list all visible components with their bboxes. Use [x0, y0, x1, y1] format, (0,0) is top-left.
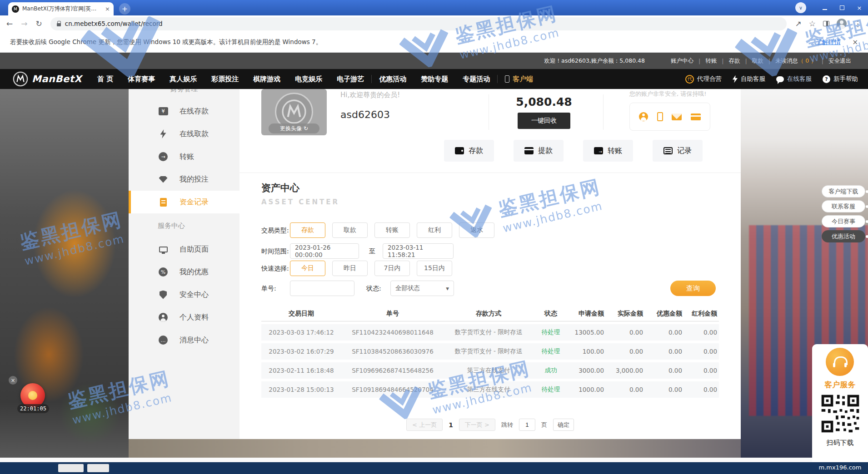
userbar-link-withdraw[interactable]: 取款 [747, 57, 768, 65]
logo-icon [13, 71, 28, 87]
side-tab-contact-service[interactable]: 联系客服 [822, 200, 865, 212]
nav-item-sponsor[interactable]: 赞助专题 [414, 75, 455, 84]
col-header-order-no: 单号 [341, 310, 444, 318]
userbar-unread-messages[interactable]: 未读消息（ 0 ） [770, 57, 822, 65]
url-bar[interactable]: cn.mebetx65.com/wallet/record [50, 17, 787, 30]
date-from-input[interactable]: 2023-01-26 00:00:00 [290, 243, 359, 259]
status-select[interactable]: 全部状态 ▾ [390, 281, 454, 296]
side-panel-icon[interactable] [823, 21, 829, 26]
type-filter-label: 交易类型: [261, 222, 289, 238]
nav-help-link[interactable]: ? 新手帮助 [823, 75, 858, 83]
userbar-link-deposit[interactable]: 存款 [723, 57, 745, 65]
learn-more-link[interactable]: 了解详情 [816, 38, 840, 46]
sidebar-item-fund-records[interactable]: 资金记录 [129, 191, 239, 213]
side-tab-today-matches[interactable]: 今日赛事 [822, 215, 865, 227]
userbar-link-transfer[interactable]: 转账 [700, 57, 722, 65]
date-to-input[interactable]: 2023-03-11 11:58:21 [383, 243, 454, 259]
share-icon[interactable]: ↗ [795, 19, 802, 28]
nav-online-service-link[interactable]: 在线客服 [776, 75, 812, 83]
avatar[interactable]: 更换头像 ↻ [261, 89, 327, 135]
type-filter-deposit[interactable]: 存款 [290, 222, 325, 238]
one-key-recover-button[interactable]: 一键回收 [518, 113, 570, 129]
question-icon: ? [823, 75, 830, 83]
bookmark-star-icon[interactable]: ☆ [809, 19, 816, 28]
mail-verify-icon[interactable] [672, 114, 682, 120]
prev-page-button[interactable]: < 上一页 [406, 419, 443, 431]
sidebar-item-self-service-page[interactable]: 自助页面 [129, 238, 239, 261]
welcome-balance-text: 欢迎！asd62603,账户余额：5,080.48 [544, 57, 645, 65]
type-filter-bonus[interactable]: 红利 [417, 222, 452, 238]
quick-filter-15days[interactable]: 15日内 [417, 261, 452, 276]
nav-item-sports[interactable]: 体育赛事 [120, 75, 162, 84]
promo-close-icon[interactable]: × [9, 376, 17, 385]
window-maximize-button[interactable] [833, 0, 851, 15]
nav-self-service-link[interactable]: 自助客服 [733, 75, 765, 83]
sidebar-item-message-center[interactable]: … 消息中心 [129, 329, 239, 351]
sidebar-item-my-promotions[interactable]: % 我的优惠 [129, 261, 239, 283]
person-verify-icon[interactable] [639, 112, 648, 121]
nav-item-lottery[interactable]: 彩票投注 [204, 75, 246, 84]
sidebar-item-transfer[interactable]: → 转账 [129, 145, 239, 168]
tab-close-icon[interactable]: × [105, 5, 110, 12]
nav-item-promotions[interactable]: 优惠活动 [372, 75, 414, 84]
browser-profile-avatar[interactable] [837, 19, 847, 29]
sidebar-item-my-bets[interactable]: 我的投注 [129, 168, 239, 191]
nav-item-special[interactable]: 专题活动 [455, 75, 497, 84]
notice-close-icon[interactable]: × [852, 38, 858, 46]
taskbar-item[interactable] [87, 464, 109, 472]
browser-tab[interactable]: M ManBetX(万博体育)官网|英超狼 × [8, 2, 114, 15]
nav-item-live-casino[interactable]: 真人娱乐 [162, 75, 204, 84]
nav-item-slots[interactable]: 电子游艺 [329, 75, 371, 84]
tab-title: ManBetX(万博体育)官网|英超狼 [22, 5, 102, 13]
pagination: < 上一页 1 下一页 > 跳转 页 确定 [239, 419, 741, 431]
url-text[interactable]: cn.mebetx65.com/wallet/record [65, 20, 163, 27]
jump-confirm-button[interactable]: 确定 [553, 419, 574, 431]
agent-icon: 代 [685, 75, 694, 84]
phone-verify-icon[interactable] [657, 112, 663, 121]
username: asd62603 [340, 109, 390, 120]
change-avatar-button[interactable]: 更换头像 ↻ [269, 123, 319, 133]
type-filter-rebate[interactable]: 返水 [459, 222, 494, 238]
next-page-button[interactable]: 下一页 > [459, 419, 495, 431]
userbar-link-account[interactable]: 账户中心 [666, 57, 698, 65]
reload-icon[interactable]: ↻ [36, 19, 42, 28]
taskbar-item[interactable] [58, 464, 84, 472]
transfer-button[interactable]: 转账 [583, 140, 633, 162]
side-tab-client-download[interactable]: 客户端下载 [822, 185, 865, 198]
tab-search-icon[interactable]: ∨ [795, 2, 806, 13]
withdraw-button[interactable]: 提款 [514, 140, 564, 162]
quick-filter-today[interactable]: 今日 [290, 261, 325, 276]
new-tab-button[interactable]: + [119, 3, 130, 15]
nav-agent-link[interactable]: 代 代理合营 [685, 75, 722, 84]
browser-menu-icon[interactable]: ⋮ [854, 19, 862, 28]
window-close-button[interactable]: × [851, 0, 868, 15]
type-filter-withdraw[interactable]: 取款 [332, 222, 368, 238]
userbar-logout[interactable]: 安全退出 [823, 57, 856, 65]
deposit-button[interactable]: 存款 [444, 140, 494, 162]
forward-icon[interactable]: → [21, 19, 27, 28]
col-header-bonus: 红利金额 [686, 310, 719, 318]
nav-item-client-app[interactable]: 客户端 [498, 75, 540, 84]
sidebar-item-security-center[interactable]: 安全中心 [129, 283, 239, 306]
nav-item-board-games[interactable]: 棋牌游戏 [246, 75, 288, 84]
nav-item-esports[interactable]: 电竞娱乐 [288, 75, 329, 84]
quick-filter-yesterday[interactable]: 昨日 [332, 261, 368, 276]
status-badge: 待处理 [533, 385, 569, 394]
back-icon[interactable]: ← [6, 19, 13, 28]
lock-icon [57, 23, 61, 26]
side-tab-promotions[interactable]: 优惠活动 [822, 230, 865, 242]
bottom-navy-bar [0, 462, 868, 474]
jump-page-input[interactable] [519, 419, 535, 431]
nav-item-home[interactable]: 首 页 [90, 75, 120, 84]
search-button[interactable]: 查询 [670, 281, 716, 296]
quick-filter-7days[interactable]: 7日内 [374, 261, 410, 276]
card-verify-icon[interactable] [691, 114, 701, 120]
records-button[interactable]: 记录 [653, 140, 703, 162]
order-no-input[interactable] [290, 281, 354, 296]
sidebar-item-online-deposit[interactable]: ¥ 在线存款 [129, 100, 239, 123]
window-minimize-button[interactable] [816, 0, 833, 15]
sidebar-item-online-withdraw[interactable]: 在线取款 [129, 123, 239, 145]
type-filter-transfer[interactable]: 转账 [374, 222, 410, 238]
sidebar-item-profile[interactable]: 个人资料 [129, 306, 239, 329]
site-logo[interactable]: ManBetX [13, 71, 82, 87]
